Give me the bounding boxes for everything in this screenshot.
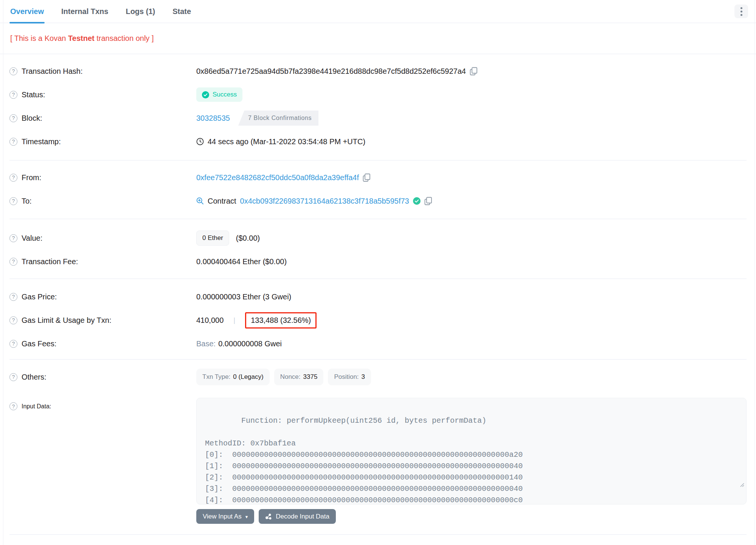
input-data-label: Input Data:	[22, 403, 51, 410]
gas-fees-base-value: 0.000000008 Gwei	[218, 339, 282, 348]
from-address-link[interactable]: 0xfee7522e8482682cf50ddc50a0f8da2a39effa…	[196, 173, 359, 182]
help-icon[interactable]: ?	[9, 174, 17, 182]
copy-icon[interactable]	[363, 173, 371, 182]
decode-input-data-button[interactable]: Decode Input Data	[259, 509, 336, 524]
testnet-warning: [ This is a Kovan Testnet transaction on…	[0, 23, 756, 54]
decode-icon	[265, 513, 272, 520]
gas-price-row: ? Gas Price: 0.000000003 Ether (3 Gwei)	[9, 285, 747, 308]
help-icon[interactable]: ?	[9, 258, 17, 266]
copy-icon[interactable]	[424, 197, 432, 206]
testnet-warning-bold: Testnet	[68, 34, 95, 42]
tab-state[interactable]: State	[172, 0, 191, 23]
help-icon[interactable]: ?	[9, 197, 17, 205]
input-data-actions: View Input As ▾ Decode Input Data	[196, 509, 747, 524]
section-value-fee: ? Value: 0 Ether ($0.00) ? Transaction F…	[9, 219, 747, 279]
card-right-border	[754, 0, 755, 545]
block-label: Block:	[22, 114, 42, 123]
input-data-textarea[interactable]: Function: performUpkeep(uint256 id, byte…	[196, 398, 747, 505]
gas-limit-usage-row: ? Gas Limit & Usage by Txn: 410,000 | 13…	[9, 308, 747, 332]
gas-fees-label: Gas Fees:	[22, 339, 56, 348]
decode-input-data-label: Decode Input Data	[276, 513, 329, 520]
nonce-value: 3375	[303, 373, 318, 381]
value-row: ? Value: 0 Ether ($0.00)	[9, 226, 747, 250]
gas-fees-base-label: Base:	[196, 339, 216, 348]
others-row: ? Others: Txn Type: 0 (Legacy) Nonce: 33…	[9, 365, 747, 389]
transaction-fee-value: 0.000400464 Ether ($0.00)	[196, 257, 287, 266]
gas-usage-value-annotated: 133,488 (32.56%)	[245, 312, 317, 329]
kebab-dot-icon	[740, 14, 742, 16]
others-label: Others:	[22, 373, 47, 382]
value-usd: ($0.00)	[236, 234, 260, 243]
transaction-fee-label: Transaction Fee:	[22, 257, 78, 266]
txn-type-key: Txn Type:	[202, 373, 230, 381]
section-overview-top: ? Transaction Hash: 0x86ed5a771e725aa94d…	[9, 54, 747, 160]
gas-fees-row: ? Gas Fees: Base: 0.000000008 Gwei	[9, 332, 747, 355]
txn-type-badge: Txn Type: 0 (Legacy)	[196, 369, 270, 385]
help-icon[interactable]: ?	[9, 373, 17, 381]
status-badge: Success	[196, 87, 242, 102]
timestamp-row: ? Timestamp: 44 secs ago (Mar-11-2022 03…	[9, 130, 747, 153]
verified-check-icon	[413, 197, 421, 205]
gas-price-value: 0.000000003 Ether (3 Gwei)	[196, 293, 291, 301]
view-input-as-button[interactable]: View Input As ▾	[196, 509, 254, 524]
help-icon[interactable]: ?	[9, 293, 17, 301]
position-badge: Position: 3	[328, 369, 371, 385]
testnet-warning-prefix: [ This is a Kovan	[10, 34, 68, 42]
kebab-menu-button[interactable]	[734, 5, 748, 18]
gas-price-label: Gas Price:	[22, 293, 57, 301]
chevron-down-icon: ▾	[245, 514, 248, 520]
input-data-content: Function: performUpkeep(uint256 id, byte…	[205, 416, 523, 505]
nonce-badge: Nonce: 3375	[274, 369, 324, 385]
clock-icon	[196, 138, 204, 145]
help-icon[interactable]: ?	[9, 402, 17, 410]
tab-internal-txns-label: Internal Txns	[61, 7, 108, 16]
value-label: Value:	[22, 234, 42, 243]
gas-limit-value: 410,000	[196, 316, 224, 325]
kebab-dot-icon	[740, 7, 742, 9]
position-key: Position:	[334, 373, 359, 381]
tab-bar: Overview Internal Txns Logs (1) State	[0, 0, 756, 23]
help-icon[interactable]: ?	[9, 316, 17, 324]
status-label: Status:	[22, 90, 45, 99]
to-address-link[interactable]: 0x4cb093f226983713164a62138c3f718a5b595f…	[240, 197, 409, 206]
transaction-hash-value: 0x86ed5a771e725aa94d5b7fa2398e4419e216d8…	[196, 67, 466, 76]
nonce-key: Nonce:	[280, 373, 301, 381]
help-icon[interactable]: ?	[9, 138, 17, 146]
active-tab-underline	[9, 22, 45, 23]
to-row: ? To: Contract 0x4cb093f226983713164a621…	[9, 189, 747, 213]
tab-overview-label: Overview	[10, 7, 44, 16]
value-ether-badge: 0 Ether	[196, 230, 229, 246]
section-gas: ? Gas Price: 0.000000003 Ether (3 Gwei) …	[9, 279, 747, 360]
transaction-hash-label-group: ? Transaction Hash:	[9, 67, 196, 76]
view-input-as-label: View Input As	[203, 513, 242, 520]
position-value: 3	[362, 373, 365, 381]
copy-icon[interactable]	[470, 67, 478, 76]
tab-internal-txns[interactable]: Internal Txns	[61, 0, 108, 23]
help-icon[interactable]: ?	[9, 91, 17, 99]
block-confirmations-badge: 7 Block Confirmations	[238, 111, 318, 126]
card-left-border	[3, 0, 3, 545]
transaction-fee-row: ? Transaction Fee: 0.000400464 Ether ($0…	[9, 250, 747, 273]
kebab-dot-icon	[740, 11, 742, 12]
help-icon[interactable]: ?	[9, 114, 17, 122]
resize-grip-icon[interactable]	[694, 468, 744, 502]
status-badge-label: Success	[213, 91, 237, 98]
tab-logs[interactable]: Logs (1)	[126, 0, 155, 23]
section-others-input: ? Others: Txn Type: 0 (Legacy) Nonce: 33…	[9, 360, 747, 535]
block-row: ? Block: 30328535 7 Block Confirmations	[9, 106, 747, 130]
to-label: To:	[22, 197, 32, 206]
to-contract-prefix: Contract	[208, 197, 236, 206]
transaction-hash-label: Transaction Hash:	[22, 67, 83, 76]
status-row: ? Status: Success	[9, 83, 747, 106]
transaction-page: Overview Internal Txns Logs (1) State [ …	[0, 0, 756, 545]
help-icon[interactable]: ?	[9, 234, 17, 242]
check-circle-icon	[202, 91, 209, 98]
tab-state-label: State	[172, 7, 191, 16]
help-icon[interactable]: ?	[9, 340, 17, 348]
input-data-row: ? Input Data: Function: performUpkeep(ui…	[9, 398, 747, 505]
zoom-in-icon[interactable]	[196, 197, 204, 205]
block-number-link[interactable]: 30328535	[196, 114, 230, 123]
help-icon[interactable]: ?	[9, 67, 17, 75]
transaction-hash-row: ? Transaction Hash: 0x86ed5a771e725aa94d…	[9, 59, 747, 83]
tab-overview[interactable]: Overview	[10, 0, 44, 23]
